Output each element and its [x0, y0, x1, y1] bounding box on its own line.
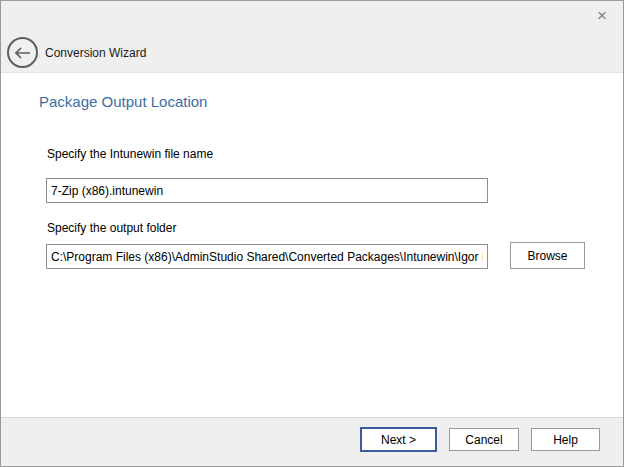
output-folder-label: Specify the output folder [47, 221, 176, 235]
browse-button[interactable]: Browse [510, 242, 585, 269]
page-title: Package Output Location [39, 93, 207, 110]
wizard-footer: Next > Cancel Help [1, 417, 623, 466]
wizard-title: Conversion Wizard [45, 46, 146, 60]
wizard-header: × Conversion Wizard [1, 1, 623, 73]
back-button[interactable] [7, 37, 38, 68]
next-button[interactable]: Next > [360, 427, 437, 452]
cancel-button[interactable]: Cancel [449, 428, 519, 451]
filename-label: Specify the Intunewin file name [47, 147, 213, 161]
help-button[interactable]: Help [531, 428, 600, 451]
close-icon[interactable]: × [591, 5, 613, 27]
conversion-wizard-dialog: × Conversion Wizard Package Output Locat… [0, 0, 624, 467]
output-folder-input[interactable] [46, 244, 488, 269]
filename-input[interactable] [46, 178, 488, 203]
back-arrow-icon [14, 47, 31, 59]
